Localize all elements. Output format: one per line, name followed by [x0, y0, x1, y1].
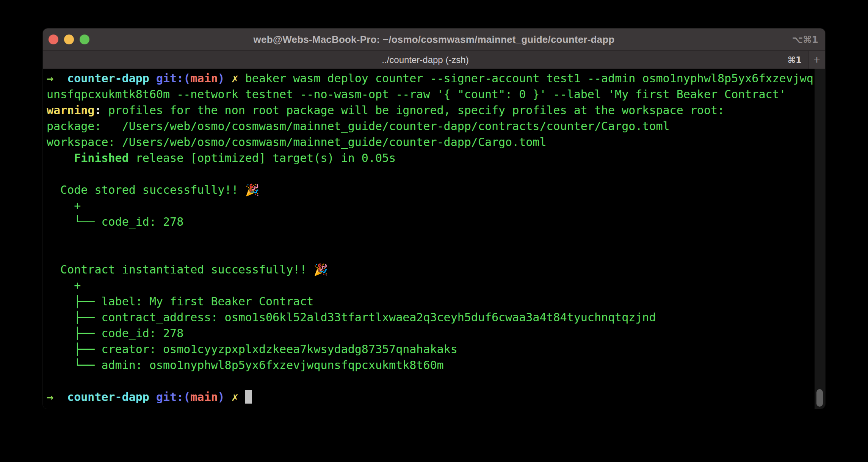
terminal-text: Code stored successfully!!	[47, 183, 245, 196]
minimize-button[interactable]	[64, 35, 74, 44]
terminal-text	[225, 390, 232, 404]
terminal-line: +	[47, 278, 825, 294]
terminal-text: main	[190, 390, 218, 404]
terminal-line: └── code_id: 278	[47, 214, 825, 230]
scrollbar-thumb[interactable]	[816, 389, 823, 407]
terminal-text: package: /Users/web/osmo/cosmwasm/mainne…	[47, 119, 670, 133]
terminal-line: └── admin: osmo1nyphwl8p5yx6fxzevjwqunsf…	[47, 357, 825, 373]
terminal-text	[149, 390, 156, 404]
terminal-text: +	[47, 199, 81, 212]
window-shortcut-label: ⌥⌘1	[792, 28, 818, 50]
terminal-text: git:(	[156, 72, 190, 85]
terminal-line	[47, 373, 825, 389]
terminal-text: unsfqpcxukmtk8t60m --network testnet --n…	[47, 88, 786, 101]
terminal-text: )	[218, 390, 225, 404]
terminal-text: 🎉	[313, 263, 327, 276]
terminal-window: web@Webs-MacBook-Pro: ~/osmo/cosmwasm/ma…	[43, 28, 825, 409]
terminal-line: → counter-dapp git:(main) ✗ beaker wasm …	[47, 71, 825, 86]
terminal-line: → counter-dapp git:(main) ✗	[47, 389, 825, 405]
terminal-text: 🎉	[245, 183, 259, 196]
terminal-content[interactable]: → counter-dapp git:(main) ✗ beaker wasm …	[43, 69, 825, 409]
terminal-text: main	[190, 72, 218, 85]
terminal-text	[225, 72, 232, 85]
terminal-text	[53, 390, 67, 404]
terminal-line	[47, 246, 825, 262]
terminal-text	[53, 72, 67, 85]
terminal-text: git:(	[156, 390, 190, 404]
terminal-cursor	[245, 390, 252, 404]
terminal-line: unsfqpcxukmtk8t60m --network testnet --n…	[47, 86, 825, 102]
terminal-line: ├── code_id: 278	[47, 325, 825, 341]
terminal-text: :	[94, 104, 101, 117]
terminal-text: └── code_id: 278	[47, 215, 183, 228]
terminal-text: →	[47, 390, 53, 404]
terminal-text: +	[47, 279, 81, 292]
terminal-line: Code stored successfully!! 🎉	[47, 182, 825, 198]
terminal-text: counter-dapp	[67, 72, 149, 85]
terminal-output: → counter-dapp git:(main) ✗ beaker wasm …	[43, 69, 825, 405]
terminal-line	[47, 230, 825, 246]
tab-bar: ../counter-dapp (-zsh) ⌘1 +	[43, 50, 825, 69]
terminal-text	[238, 390, 245, 404]
terminal-line: workspace: /Users/web/osmo/cosmwasm/main…	[47, 134, 825, 150]
terminal-text: ├── creator: osmo1cyyzpxplxdzkeea7kwsyda…	[47, 343, 458, 356]
traffic-lights	[43, 35, 89, 44]
terminal-line: warning: profiles for the non root packa…	[47, 102, 825, 118]
terminal-line: ├── contract_address: osmo1s06kl52ald33t…	[47, 310, 825, 325]
terminal-text	[149, 72, 156, 85]
terminal-line	[47, 166, 825, 182]
terminal-text: ├── contract_address: osmo1s06kl52ald33t…	[47, 311, 656, 324]
terminal-text: ✗	[232, 390, 238, 404]
terminal-line: Finished release [optimized] target(s) i…	[47, 150, 825, 166]
terminal-text: warning	[47, 104, 94, 117]
terminal-text	[47, 151, 74, 165]
terminal-text: )	[218, 72, 225, 85]
terminal-text	[238, 72, 245, 85]
terminal-line: Contract instantiated successfully!! 🎉	[47, 262, 825, 278]
terminal-text: ├── code_id: 278	[47, 327, 183, 340]
terminal-text: release [optimized] target(s) in 0.05s	[129, 151, 396, 165]
terminal-text: beaker wasm deploy counter --signer-acco…	[245, 72, 813, 85]
terminal-text: workspace: /Users/web/osmo/cosmwasm/main…	[47, 135, 547, 149]
window-title: web@Webs-MacBook-Pro: ~/osmo/cosmwasm/ma…	[43, 34, 825, 46]
terminal-text: counter-dapp	[67, 390, 149, 404]
tab-label: ../counter-dapp (-zsh)	[382, 55, 468, 65]
tab-shortcut-label: ⌘1	[788, 55, 802, 65]
terminal-line: ├── creator: osmo1cyyzpxplxdzkeea7kwsyda…	[47, 341, 825, 357]
close-button[interactable]	[49, 35, 58, 44]
terminal-text: ├── label: My first Beaker Contract	[47, 295, 313, 308]
zoom-button[interactable]	[80, 35, 89, 44]
terminal-text: └── admin: osmo1nyphwl8p5yx6fxzevjwqunsf…	[47, 358, 444, 372]
window-titlebar[interactable]: web@Webs-MacBook-Pro: ~/osmo/cosmwasm/ma…	[43, 28, 825, 50]
terminal-line: ├── label: My first Beaker Contract	[47, 294, 825, 310]
scrollbar-track	[815, 69, 825, 409]
terminal-line: +	[47, 198, 825, 214]
terminal-text: Finished	[74, 151, 129, 165]
terminal-text: Contract instantiated successfully!!	[47, 263, 313, 276]
new-tab-button[interactable]: +	[808, 51, 825, 69]
terminal-text: profiles for the non root package will b…	[102, 104, 725, 117]
tab-counter-dapp[interactable]: ../counter-dapp (-zsh) ⌘1	[43, 51, 808, 69]
terminal-line: package: /Users/web/osmo/cosmwasm/mainne…	[47, 118, 825, 134]
terminal-text: ✗	[232, 72, 238, 85]
terminal-text: →	[47, 72, 53, 85]
